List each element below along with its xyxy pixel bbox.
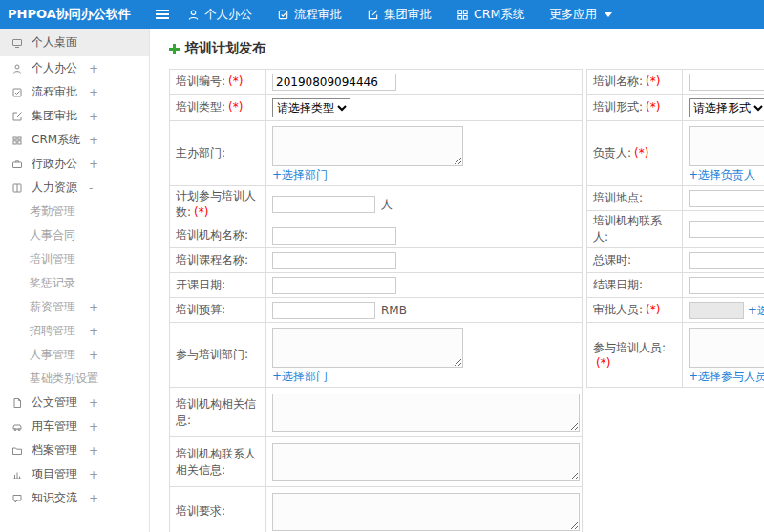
sidebar-item-archive-mgmt[interactable]: 档案管理 + xyxy=(0,438,149,462)
expand-plus-icon[interactable]: + xyxy=(89,62,98,75)
train-form-select[interactable]: 请选择形式 xyxy=(689,98,764,117)
nav-crm[interactable]: CRM系统 xyxy=(444,0,537,29)
book-icon xyxy=(11,182,25,194)
expand-plus-icon[interactable]: + xyxy=(89,325,98,338)
page-title: 培训计划发布 xyxy=(185,40,265,57)
user-icon xyxy=(11,63,25,74)
expand-plus-icon[interactable]: + xyxy=(89,110,98,123)
course-name-input[interactable] xyxy=(272,252,396,269)
training-plan-form: 培训编号:(*) 培训类型:(*) 请选择类型 主办部门: +选择部门 计划参与… xyxy=(169,69,764,532)
form-row: 审批人员:(*) +选择审批人员 xyxy=(587,298,764,323)
sidebar-item-admin-office[interactable]: 行政办公 + xyxy=(0,152,149,176)
field-label: 培训类型: xyxy=(176,100,225,114)
check-square-icon xyxy=(277,9,289,21)
choose-approver-link[interactable]: +选择审批人员 xyxy=(748,303,764,319)
train-no-input[interactable] xyxy=(272,74,396,91)
expand-plus-icon[interactable]: + xyxy=(89,158,98,171)
form-row: 培训预算: RMB xyxy=(170,298,583,323)
expand-plus-icon[interactable]: + xyxy=(89,301,98,314)
expand-plus-icon[interactable]: + xyxy=(89,492,98,505)
sidebar-item-project-mgmt[interactable]: 项目管理 + xyxy=(0,462,149,486)
edit-icon xyxy=(11,111,25,122)
sidebar-item-workflow-approval[interactable]: 流程审批 + xyxy=(0,80,149,104)
grid-icon xyxy=(11,135,25,146)
form-row: 计划参与培训人数:(*) 人 xyxy=(170,186,583,223)
nav-group-approval[interactable]: 集团审批 xyxy=(354,0,444,29)
form-row: 培训地点: xyxy=(587,186,764,211)
expand-plus-icon[interactable]: + xyxy=(89,86,98,99)
requirement-textarea[interactable] xyxy=(272,493,580,531)
total-hours-input[interactable] xyxy=(689,252,764,269)
field-label: 结课日期: xyxy=(593,278,643,291)
field-label: 负责人: xyxy=(593,146,631,160)
nav-more-apps[interactable]: 更多应用 xyxy=(537,0,625,29)
train-name-input[interactable] xyxy=(689,74,764,91)
org-contact-input[interactable] xyxy=(689,221,764,238)
hamburger-menu-icon[interactable] xyxy=(150,0,175,29)
join-people-textarea[interactable] xyxy=(689,328,764,368)
briefcase-icon xyxy=(11,159,25,170)
expand-plus-icon[interactable]: + xyxy=(89,134,98,147)
org-info-textarea[interactable] xyxy=(272,394,580,432)
join-dept-textarea[interactable] xyxy=(272,328,463,368)
planned-count-input[interactable] xyxy=(272,196,375,213)
field-label: 开课日期: xyxy=(176,278,225,291)
expand-plus-icon[interactable]: + xyxy=(89,349,98,362)
sidebar-item-document-mgmt[interactable]: 公文管理 + xyxy=(0,391,149,415)
expand-plus-icon[interactable]: + xyxy=(89,420,98,434)
sidebar-item-group-approval[interactable]: 集团审批 + xyxy=(0,104,149,128)
approver-input[interactable] xyxy=(689,302,744,319)
field-label: 培训机构相关信息: xyxy=(176,397,256,427)
sidebar-subitem-reward-punishment[interactable]: 奖惩记录 xyxy=(0,271,149,295)
choose-join-people-link[interactable]: +选择参与人员 xyxy=(689,369,764,385)
form-row: 总课时: xyxy=(587,248,764,273)
end-date-input[interactable] xyxy=(689,277,764,294)
sidebar-subitem-recruitment-mgmt[interactable]: 招聘管理 + xyxy=(0,319,149,343)
sidebar-subitem-base-category[interactable]: 基础类别设置 xyxy=(0,367,149,391)
nav-label: 个人办公 xyxy=(204,7,252,23)
expand-plus-icon[interactable]: + xyxy=(89,444,98,458)
app-title: PHPOA协同办公软件 xyxy=(0,6,150,23)
check-square-icon xyxy=(11,87,25,98)
sidebar-subitem-training-mgmt[interactable]: 培训管理 xyxy=(0,247,149,271)
field-label: 主办部门: xyxy=(176,146,225,160)
expand-plus-icon[interactable]: + xyxy=(89,396,98,410)
host-dept-textarea[interactable] xyxy=(272,126,463,166)
choose-dept-link[interactable]: +选择部门 xyxy=(272,369,328,385)
collapse-minus-icon[interactable]: - xyxy=(89,181,93,195)
chat-icon xyxy=(11,493,25,504)
form-row: 培训机构联系人: xyxy=(587,211,764,248)
location-input[interactable] xyxy=(689,190,764,207)
sidebar-item-desktop[interactable]: 个人桌面 xyxy=(0,29,149,56)
org-name-input[interactable] xyxy=(272,227,396,245)
file-icon xyxy=(11,397,25,409)
add-icon xyxy=(169,44,180,54)
nav-personal-office[interactable]: 个人办公 xyxy=(175,0,265,29)
start-date-input[interactable] xyxy=(272,277,396,294)
expand-plus-icon[interactable]: + xyxy=(89,468,98,481)
choose-leader-link[interactable]: +选择负责人 xyxy=(689,167,755,183)
form-row: 主办部门: +选择部门 xyxy=(170,121,583,186)
required-mark: (*) xyxy=(634,146,648,160)
sidebar-item-personal-office[interactable]: 个人办公 + xyxy=(0,56,149,80)
sidebar-item-vehicle-mgmt[interactable]: 用车管理 + xyxy=(0,415,149,438)
org-contact-info-textarea[interactable] xyxy=(272,443,580,481)
field-label: 参与培训人员: xyxy=(593,341,666,354)
leader-textarea[interactable] xyxy=(689,126,764,166)
train-type-select[interactable]: 请选择类型 xyxy=(272,98,350,117)
required-mark: (*) xyxy=(646,100,660,114)
sidebar-subitem-personnel-contract[interactable]: 人事合同 xyxy=(0,223,149,247)
choose-dept-link[interactable]: +选择部门 xyxy=(272,167,328,183)
sidebar-item-crm[interactable]: CRM系统 + xyxy=(0,128,149,152)
sidebar-item-knowledge[interactable]: 知识交流 + xyxy=(0,486,149,510)
sidebar-subitem-salary-mgmt[interactable]: 薪资管理 + xyxy=(0,295,149,319)
nav-label: CRM系统 xyxy=(474,7,524,23)
field-label: 参与培训部门: xyxy=(176,348,248,361)
sidebar-subitem-attendance[interactable]: 考勤管理 xyxy=(0,200,149,223)
budget-input[interactable] xyxy=(272,302,375,319)
nav-workflow-approval[interactable]: 流程审批 xyxy=(265,0,354,29)
field-label: 培训地点: xyxy=(593,191,643,204)
sidebar-subitem-personnel-mgmt[interactable]: 人事管理 + xyxy=(0,343,149,367)
field-label: 培训要求: xyxy=(176,504,225,518)
sidebar-item-hr[interactable]: 人力资源 - xyxy=(0,176,149,200)
